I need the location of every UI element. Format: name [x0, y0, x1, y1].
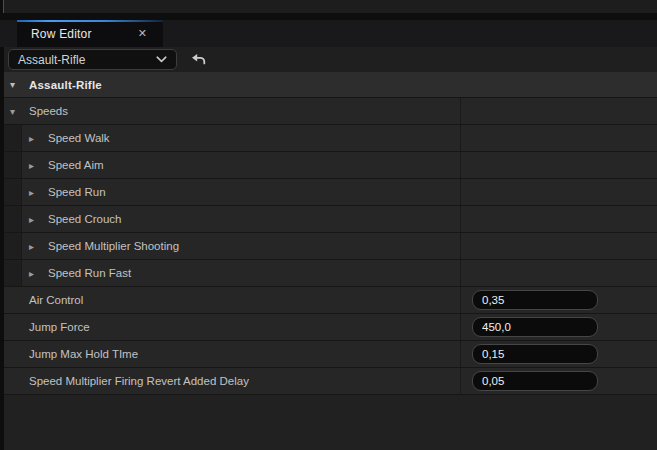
chevron-down-icon: [156, 56, 167, 63]
row-label: Speed Multiplier Shooting: [48, 240, 179, 252]
row-name-dropdown[interactable]: Assault-Rifle: [8, 49, 177, 70]
row-label: Jump Force: [29, 321, 90, 333]
indent-strip: [4, 260, 22, 286]
air-control-field[interactable]: [472, 290, 598, 310]
row-label: Speed Run: [48, 186, 106, 198]
row-label: Speeds: [29, 105, 68, 117]
row-speeds[interactable]: ▾ Speeds: [4, 98, 657, 125]
speed-multiplier-firing-revert-added-delay-field[interactable]: [472, 371, 598, 391]
tab-row-editor[interactable]: Row Editor ✕: [17, 20, 163, 47]
value-cell: [460, 152, 657, 178]
tab-bar: Row Editor ✕: [0, 13, 657, 47]
row-label: Air Control: [29, 294, 83, 306]
row-speed-multiplier-firing-revert-added-delay: Speed Multiplier Firing Revert Added Del…: [4, 368, 657, 395]
tab-title: Row Editor: [31, 27, 92, 41]
row-jump-force: Jump Force: [4, 314, 657, 341]
collapsed-caret-icon[interactable]: ▸: [29, 160, 48, 171]
value-cell: [460, 179, 657, 205]
panel-above-bottom-edge: [3, 0, 657, 13]
row-label: Speed Walk: [48, 132, 110, 144]
collapsed-caret-icon[interactable]: ▸: [29, 133, 48, 144]
value-cell: [460, 125, 657, 151]
reset-to-default-button[interactable]: [188, 50, 208, 70]
indent-strip: [4, 233, 22, 259]
collapsed-caret-icon[interactable]: ▸: [29, 268, 48, 279]
row-speed-multiplier-shooting[interactable]: ▸ Speed Multiplier Shooting: [4, 233, 657, 260]
jump-force-field[interactable]: [472, 317, 598, 337]
row-speed-aim[interactable]: ▸ Speed Aim: [4, 152, 657, 179]
value-cell: [460, 98, 657, 124]
value-cell: [460, 260, 657, 286]
indent-strip: [4, 152, 22, 178]
collapsed-caret-icon[interactable]: ▸: [29, 187, 48, 198]
row-label: Speed Run Fast: [48, 267, 131, 279]
expanded-caret-icon[interactable]: ▾: [10, 79, 29, 90]
row-label: Speed Aim: [48, 159, 104, 171]
category-row-assault-rifle[interactable]: ▾ Assault-Rifle: [4, 72, 657, 98]
indent-strip: [4, 179, 22, 205]
row-speed-run-fast[interactable]: ▸ Speed Run Fast: [4, 260, 657, 287]
row-air-control: Air Control: [4, 287, 657, 314]
row-editor-property-grid: ▾ Assault-Rifle ▾ Speeds ▸ Speed Walk ▸ …: [4, 72, 657, 450]
row-label: Jump Max Hold TIme: [29, 348, 138, 360]
undo-arrow-icon: [189, 51, 207, 69]
jump-max-hold-time-field[interactable]: [472, 344, 598, 364]
category-label: Assault-Rifle: [29, 79, 102, 91]
indent-strip: [4, 206, 22, 232]
row-name-dropdown-value: Assault-Rifle: [18, 53, 85, 67]
row-speed-run[interactable]: ▸ Speed Run: [4, 179, 657, 206]
close-icon[interactable]: ✕: [136, 26, 149, 41]
row-speed-walk[interactable]: ▸ Speed Walk: [4, 125, 657, 152]
row-speed-crouch[interactable]: ▸ Speed Crouch: [4, 206, 657, 233]
row-editor-toolbar: Assault-Rifle: [4, 47, 657, 72]
expanded-caret-icon[interactable]: ▾: [10, 106, 29, 117]
value-cell: [460, 233, 657, 259]
row-label: Speed Crouch: [48, 213, 122, 225]
collapsed-caret-icon[interactable]: ▸: [29, 214, 48, 225]
value-cell: [460, 206, 657, 232]
row-jump-max-hold-time: Jump Max Hold TIme: [4, 341, 657, 368]
row-label: Speed Multiplier Firing Revert Added Del…: [29, 375, 249, 387]
indent-strip: [4, 125, 22, 151]
collapsed-caret-icon[interactable]: ▸: [29, 241, 48, 252]
